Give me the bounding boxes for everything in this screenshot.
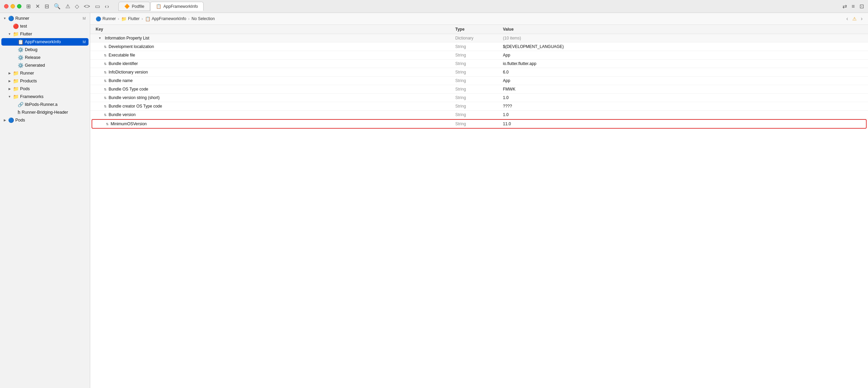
appframework-breadcrumb-icon: 📋: [145, 16, 150, 21]
breadcrumb-flutter[interactable]: 📁 Flutter: [121, 16, 140, 21]
item-icon-release: ⚙️: [18, 55, 23, 60]
stepper-icon-bundle-version-short[interactable]: ⇅: [104, 96, 107, 100]
sidebar-item-runner-root[interactable]: ▼🔵RunnerM: [1, 15, 89, 22]
refresh-icon[interactable]: ⇄: [842, 3, 847, 10]
sidebar-item-products[interactable]: ▶📁Products: [1, 77, 89, 85]
diamond-icon[interactable]: ◇: [75, 3, 79, 10]
chevron-icon: ▼: [7, 32, 12, 36]
close-button[interactable]: [4, 4, 9, 9]
stepper-icon-bundle-creator[interactable]: ⇅: [104, 104, 107, 108]
item-icon-products: 📁: [13, 78, 19, 84]
item-icon-appframeworkinfo: 📋: [18, 39, 23, 45]
chevron-icon: ▶: [3, 118, 7, 122]
item-label-test: test: [20, 24, 86, 29]
sidebar-item-debug[interactable]: ⚙️Debug: [1, 46, 89, 53]
flutter-breadcrumb-icon: 📁: [121, 16, 127, 21]
tab-podfile[interactable]: 🔶 Podfile: [118, 2, 150, 11]
maximize-button[interactable]: [17, 4, 21, 9]
breadcrumb-sep-2: ›: [142, 17, 143, 21]
search-icon[interactable]: 🔍: [54, 3, 61, 10]
sidebar-item-pods[interactable]: ▶📁Pods: [1, 85, 89, 93]
code-icon[interactable]: <>: [84, 3, 90, 10]
chevron-icon: ▶: [7, 79, 12, 83]
sidebar-item-libpods[interactable]: 🔗libPods-Runner.a: [1, 101, 89, 108]
item-icon-flutter: 📁: [13, 31, 19, 37]
titlebar-right: ⇄ ≡ ⊡: [842, 3, 864, 10]
breadcrumb-forward[interactable]: ›: [861, 16, 863, 22]
sidebar-item-bridging-header[interactable]: hRunner-Bridging-Header: [1, 109, 89, 116]
breadcrumb-flutter-label: Flutter: [128, 16, 140, 21]
type-cell-bundle-id: String: [455, 61, 503, 66]
back-button[interactable]: ‹: [105, 3, 107, 10]
stepper-icon-bundle-os-type[interactable]: ⇅: [104, 87, 107, 91]
sidebar-item-generated[interactable]: ⚙️Generated: [1, 62, 89, 69]
table-row-dev-lang[interactable]: ⇅Development localizationString$(DEVELOP…: [90, 43, 868, 51]
value-cell-bundle-version-short: 1.0: [503, 95, 863, 100]
item-label-products: Products: [20, 79, 86, 83]
split-icon[interactable]: ⊡: [859, 3, 864, 10]
hierarchy-icon[interactable]: ⊟: [45, 3, 49, 10]
toolbar-icons: ⊞ ✕ ⊟ 🔍 ⚠ ◇ <> ▭ ‹ ›: [26, 3, 109, 10]
breadcrumb-appframeworkinfo[interactable]: 📋 AppFrameworkInfo: [145, 16, 186, 21]
sidebar-item-runner-group[interactable]: ▶📁Runner: [1, 69, 89, 77]
sidebar-item-test[interactable]: 🔴test: [1, 22, 89, 30]
item-label-bridging-header: Runner-Bridging-Header: [22, 110, 86, 115]
table-row-exec-file[interactable]: ⇅Executable fileStringApp: [90, 51, 868, 60]
chevron-icon: ▶: [7, 87, 12, 91]
warning-icon[interactable]: ⚠: [65, 3, 70, 10]
key-text-info-dict-ver: InfoDictionary version: [109, 70, 148, 75]
value-cell-info-dict-ver: 6.0: [503, 70, 863, 75]
breadcrumb-sep-1: ›: [118, 17, 119, 21]
rect-icon[interactable]: ▭: [95, 3, 100, 10]
key-text-exec-file: Executable file: [109, 53, 135, 58]
tab-appframeworkinfo-label: AppFrameworkInfo: [163, 4, 198, 9]
stepper-icon-info-dict-ver[interactable]: ⇅: [104, 70, 107, 74]
breadcrumb-runner[interactable]: 🔵 Runner: [96, 16, 116, 21]
table-row-root[interactable]: ▼Information Property ListDictionary(10 …: [90, 34, 868, 43]
sidebar-item-flutter[interactable]: ▼📁Flutter: [1, 30, 89, 38]
key-text-bundle-version-short: Bundle version string (short): [109, 95, 160, 100]
table-row-bundle-creator[interactable]: ⇅Bundle creator OS Type codeString????: [90, 102, 868, 111]
breadcrumb-runner-label: Runner: [102, 16, 116, 21]
breadcrumb-right: ‹ ⚠ ›: [846, 16, 863, 22]
chevron-icon: ▼: [7, 95, 12, 98]
traffic-lights: [4, 4, 21, 9]
sidebar-item-appframeworkinfo[interactable]: 📋AppFrameworkInfoM: [1, 38, 89, 46]
value-cell-bundle-creator: ????: [503, 104, 863, 109]
stepper-icon-dev-lang[interactable]: ⇅: [104, 45, 107, 49]
nav-buttons: ‹ ›: [105, 3, 109, 10]
type-cell-bundle-name: String: [455, 78, 503, 83]
table-row-bundle-version-short[interactable]: ⇅Bundle version string (short)String1.0: [90, 94, 868, 102]
stepper-icon-bundle-id[interactable]: ⇅: [104, 62, 107, 66]
stepper-icon-exec-file[interactable]: ⇅: [104, 53, 107, 57]
sidebar-item-pods-root[interactable]: ▶🔵Pods: [1, 116, 89, 124]
item-icon-test: 🔴: [13, 23, 19, 29]
list-icon[interactable]: ≡: [852, 3, 855, 10]
tab-appframeworkinfo[interactable]: 📋 AppFrameworkInfo: [150, 2, 204, 11]
table-row-bundle-name[interactable]: ⇅Bundle nameStringApp: [90, 77, 868, 85]
stepper-icon-bundle-name[interactable]: ⇅: [104, 79, 107, 83]
key-text-root: Information Property List: [105, 36, 149, 41]
stepper-icon-bundle-version[interactable]: ⇅: [104, 113, 107, 117]
breadcrumb-back[interactable]: ‹: [846, 16, 848, 22]
sidebar-item-frameworks[interactable]: ▼📁Frameworks: [1, 93, 89, 100]
sidebar-item-release[interactable]: ⚙️Release: [1, 54, 89, 61]
table-row-info-dict-ver[interactable]: ⇅InfoDictionary versionString6.0: [90, 68, 868, 77]
table-row-min-os[interactable]: ⇅MinimumOSVersionString11.0: [92, 119, 867, 129]
item-icon-debug: ⚙️: [18, 47, 23, 52]
table-row-bundle-id[interactable]: ⇅Bundle identifierStringio.flutter.flutt…: [90, 60, 868, 68]
stepper-icon-min-os[interactable]: ⇅: [106, 122, 109, 126]
forward-button[interactable]: ›: [107, 3, 109, 10]
minimize-button[interactable]: [11, 4, 15, 9]
type-cell-bundle-os-type: String: [455, 87, 503, 92]
close-icon[interactable]: ✕: [35, 3, 40, 10]
key-cell-min-os: ⇅MinimumOSVersion: [98, 122, 455, 126]
grid-icon[interactable]: ⊞: [26, 3, 31, 10]
key-text-dev-lang: Development localization: [109, 44, 154, 49]
table-row-bundle-version[interactable]: ⇅Bundle versionString1.0: [90, 111, 868, 119]
value-cell-bundle-os-type: FMWK: [503, 87, 863, 92]
value-cell-min-os: 11.0: [503, 122, 861, 126]
tabs-area: 🔶 Podfile 📋 AppFrameworkInfo: [118, 2, 204, 11]
key-cell-bundle-version: ⇅Bundle version: [96, 112, 455, 117]
table-row-bundle-os-type[interactable]: ⇅Bundle OS Type codeStringFMWK: [90, 85, 868, 94]
